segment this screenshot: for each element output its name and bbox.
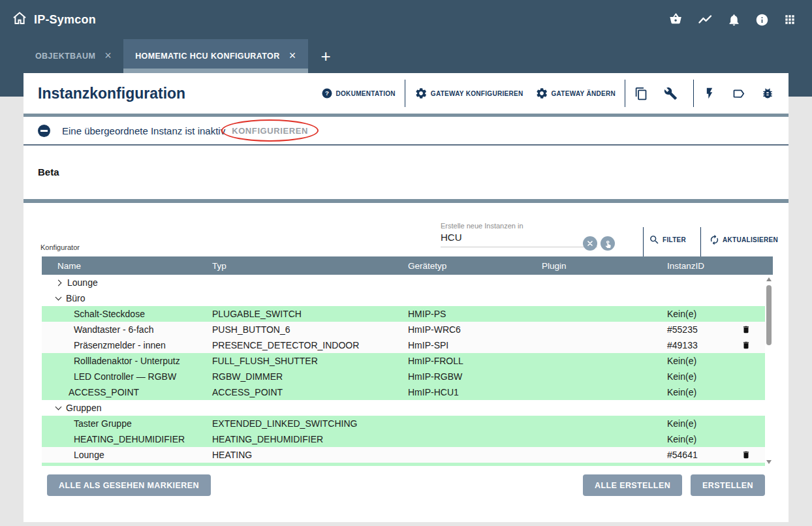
konfigurator-label: Konfigurator (40, 243, 80, 251)
table-row[interactable]: Rollladenaktor - UnterputzFULL_FLUSH_SHU… (42, 353, 765, 369)
gateway-change-button[interactable]: GATEWAY ÄNDERN (535, 87, 616, 100)
row-name: HEATING_DEHUMIDIFIER (74, 434, 185, 444)
chevron-down-icon[interactable] (55, 403, 62, 410)
header-toolbar: ? DOKUMENTATION GATEWAY KONFIGURIEREN GA… (321, 80, 774, 107)
tab-bar: OBJEKTBAUM × HOMEMATIC HCU KONFIGURATOR … (23, 39, 344, 73)
clear-icon[interactable] (583, 236, 597, 251)
row-geraetetyp: HmIP-SPI (408, 340, 542, 350)
chevron-right-icon[interactable] (55, 279, 62, 286)
tab-homematic-hcu-konfigurator[interactable]: HOMEMATIC HCU KONFIGURATOR × (123, 39, 307, 73)
column-header-name[interactable]: Name (42, 261, 212, 271)
home-icon (12, 10, 27, 29)
table-row[interactable]: HEATING_DEHUMIDIFIERHEATING_DEHUMIDIFIER… (42, 431, 765, 447)
table-body: LoungeBüroSchalt-SteckdosePLUGABLE_SWITC… (42, 275, 773, 467)
refresh-button[interactable]: AKTUALISIEREN (709, 234, 778, 245)
scrollbar[interactable] (765, 275, 773, 467)
refresh-icon (709, 234, 720, 245)
row-name: Wandtaster - 6-fach (74, 324, 153, 335)
row-typ: PLUGABLE_SWITCH (212, 309, 408, 319)
row-typ: HEATING (212, 450, 408, 460)
divider (693, 80, 694, 107)
create-in-field[interactable]: Erstelle neue Instanzen in (441, 222, 597, 247)
content-panel: Instanzkonfiguration ? DOKUMENTATION GAT… (23, 73, 789, 522)
column-header-geraetetyp[interactable]: Gerätetyp (408, 261, 542, 271)
table-row[interactable]: Wandtaster - 6-fachPUSH_BUTTON_6HmIP-WRC… (42, 322, 765, 337)
gateway-configure-button[interactable]: GATEWAY KONFIGURIEREN (414, 87, 523, 100)
column-header-plugin[interactable]: Plugin (542, 261, 667, 271)
table-row[interactable]: Büro (42, 290, 765, 306)
filter-button[interactable]: FILTER (649, 234, 686, 245)
wrench-icon[interactable] (664, 87, 678, 101)
create-button[interactable]: ERSTELLEN (691, 474, 765, 496)
pick-target-icon[interactable] (601, 236, 615, 251)
store-basket-icon[interactable] (668, 12, 683, 27)
table-row[interactable]: LoungeHEATING#54641 (42, 447, 765, 463)
table-row[interactable]: Präsenzmelder - innenPRESENCE_DETECTOR_I… (42, 337, 765, 353)
table-row-partial (42, 463, 765, 466)
gear-icon (414, 87, 428, 100)
app-title: IP-Symcon (34, 13, 96, 27)
table-row[interactable]: LED Controller — RGBWRGBW_DIMMERHmIP-RGB… (42, 369, 765, 384)
create-in-input[interactable] (441, 232, 552, 243)
table-header: Name Typ Gerätetyp Plugin InstanzID (42, 256, 773, 275)
column-header-instanzid[interactable]: InstanzID (667, 261, 731, 271)
lightning-icon[interactable] (703, 87, 716, 100)
chart-icon[interactable] (697, 12, 713, 27)
row-instanzid: Kein(e) (667, 387, 731, 397)
copy-icon[interactable] (634, 87, 648, 101)
row-name: Lounge (67, 277, 98, 288)
chevron-down-icon[interactable] (55, 294, 62, 300)
apps-grid-icon[interactable] (783, 13, 796, 26)
row-typ: PRESENCE_DETECTOR_INDOOR (212, 340, 408, 350)
column-header-typ[interactable]: Typ (212, 261, 408, 271)
table-row[interactable]: Schalt-SteckdosePLUGABLE_SWITCHHMIP-PSKe… (42, 306, 765, 322)
delete-icon[interactable] (742, 324, 751, 335)
table-row[interactable]: Gruppen (42, 400, 765, 416)
delete-icon[interactable] (742, 450, 751, 460)
mark-all-seen-button[interactable]: ALLE ALS GESEHEN MARKIEREN (47, 474, 211, 496)
row-name: Gruppen (66, 403, 101, 413)
notifications-bell-icon[interactable] (727, 13, 741, 27)
row-typ: HEATING_DEHUMIDIFIER (212, 434, 408, 444)
new-tab-button[interactable]: + (308, 39, 344, 73)
scroll-up-icon[interactable] (766, 277, 772, 281)
documentation-button[interactable]: ? DOKUMENTATION (321, 87, 396, 99)
info-icon[interactable] (755, 13, 769, 27)
row-typ: PUSH_BUTTON_6 (212, 324, 408, 335)
bug-icon[interactable] (761, 87, 774, 100)
create-all-button[interactable]: ALLE ERSTELLEN (583, 474, 682, 496)
delete-icon[interactable] (742, 340, 751, 350)
row-typ: EXTENDED_LINKED_SWITCHING (212, 418, 408, 429)
row-geraetetyp: HmIP-RGBW (408, 371, 542, 382)
row-instanzid: #49133 (667, 340, 731, 350)
row-name: Lounge (74, 450, 104, 460)
create-in-label: Erstelle neue Instanzen in (441, 222, 597, 230)
table-row[interactable]: Lounge (42, 275, 765, 290)
row-typ: RGBW_DIMMER (212, 371, 408, 382)
row-instanzid: Kein(e) (667, 434, 731, 444)
row-typ: ACCESS_POINT (212, 387, 408, 397)
scroll-down-icon[interactable] (766, 460, 772, 464)
scrollbar-thumb[interactable] (766, 285, 772, 345)
table-row[interactable]: ACCESS_POINTACCESS_POINTHmIP-HCU1Kein(e) (42, 384, 765, 400)
tab-objektbaum[interactable]: OBJEKTBAUM × (23, 39, 123, 73)
table-row[interactable]: Taster GruppeEXTENDED_LINKED_SWITCHINGKe… (42, 416, 765, 431)
inactive-status-icon (38, 125, 50, 137)
close-icon[interactable]: × (104, 50, 112, 61)
row-instanzid: #54641 (667, 450, 731, 460)
row-geraetetyp: HmIP-HCU1 (408, 387, 542, 397)
panel-header: Instanzkonfiguration ? DOKUMENTATION GAT… (23, 73, 789, 117)
divider (700, 227, 701, 256)
row-name: Taster Gruppe (74, 418, 132, 429)
app-logo[interactable]: IP-Symcon (12, 10, 96, 29)
gear-icon (535, 87, 548, 100)
konfigurieren-button[interactable]: KONFIGURIEREN (232, 126, 308, 136)
close-icon[interactable]: × (289, 50, 296, 61)
row-instanzid: Kein(e) (667, 418, 731, 429)
row-instanzid: Kein(e) (667, 371, 731, 382)
tab-label: OBJEKTBAUM (35, 52, 95, 61)
help-icon: ? (321, 87, 333, 99)
row-geraetetyp: HmIP-FROLL (408, 356, 542, 366)
divider (643, 227, 644, 256)
label-tag-icon[interactable] (732, 87, 745, 101)
